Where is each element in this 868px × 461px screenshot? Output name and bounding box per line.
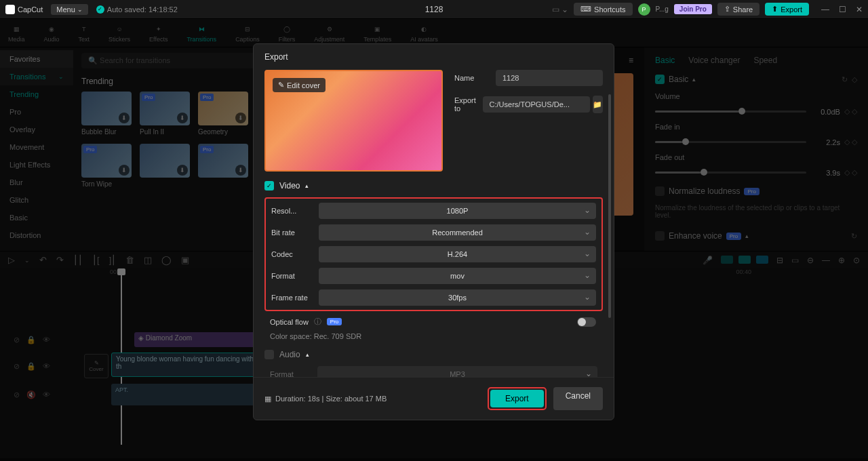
transition-clip[interactable]: ◈ Diamond Zoom	[134, 332, 256, 347]
info-icon[interactable]: ⓘ	[314, 317, 321, 327]
sidebar-item-light-effects[interactable]: Light Effects	[0, 156, 73, 174]
join-pro-button[interactable]: Join Pro	[674, 4, 712, 14]
marker-icon[interactable]: ◯	[161, 255, 172, 265]
tab-effects[interactable]: ✦Effects	[149, 24, 167, 43]
undo-icon[interactable]: ↶	[39, 255, 47, 265]
lock-icon[interactable]: ⊘	[14, 390, 20, 399]
track-color-2[interactable]	[738, 256, 751, 264]
zoom-fit-icon[interactable]: ⊙	[853, 256, 860, 265]
visible-icon[interactable]: 🔒	[26, 362, 36, 371]
maximize-icon[interactable]: ☐	[839, 5, 846, 14]
export-button-top[interactable]: ⬆Export	[765, 3, 809, 16]
audio-checkbox[interactable]	[264, 350, 274, 359]
select-tool-icon[interactable]: ▷	[8, 255, 15, 265]
resolution-dropdown[interactable]: 1080P	[319, 203, 596, 219]
fadein-slider[interactable]	[655, 141, 806, 143]
tl-icon-1[interactable]: ⊟	[776, 256, 783, 265]
tl-icon-2[interactable]: ▭	[791, 256, 799, 265]
freeze-icon[interactable]: ▣	[181, 255, 189, 265]
tab-stickers[interactable]: ☺Stickers	[108, 24, 130, 43]
transition-thumb[interactable]: ⬇Bubble Blur	[81, 92, 132, 136]
audio-clip[interactable]: APT.	[111, 384, 260, 405]
audio-format-dropdown[interactable]: MP3	[317, 366, 597, 377]
track-color-1[interactable]	[721, 256, 733, 264]
transition-thumb[interactable]: Pro⬇	[198, 144, 248, 188]
format-dropdown[interactable]: mov	[319, 268, 596, 284]
lock-icon[interactable]: ⊘	[14, 336, 20, 344]
menu-button[interactable]: Menu⌄	[51, 4, 88, 15]
visible-icon[interactable]: 🔒	[26, 336, 36, 344]
minimize-icon[interactable]: —	[821, 5, 829, 14]
sidebar-item-transitions[interactable]: Transitions⌄	[0, 68, 73, 85]
crop-icon[interactable]: ◫	[144, 255, 152, 265]
sidebar-item-overlay[interactable]: Overlay	[0, 121, 73, 138]
zoom-in-icon[interactable]: ⊕	[838, 256, 845, 265]
tab-captions[interactable]: ⊟Captions	[235, 24, 260, 43]
zoom-out-icon[interactable]: ⊖	[807, 256, 814, 265]
sidebar-item-trending[interactable]: Trending	[0, 85, 73, 103]
sidebar-item-pro[interactable]: Pro	[0, 103, 73, 121]
normalize-checkbox[interactable]	[655, 186, 665, 196]
reset-icon[interactable]: ↻	[842, 75, 848, 84]
eye-icon[interactable]: 👁	[43, 336, 50, 344]
framerate-dropdown[interactable]: 30fps	[319, 289, 596, 306]
reset-icon[interactable]: ↻	[851, 232, 857, 241]
sidebar-item-glitch[interactable]: Glitch	[0, 191, 73, 209]
optical-toggle[interactable]	[577, 317, 596, 327]
user-avatar[interactable]: P	[638, 3, 650, 16]
prop-tab-speed[interactable]: Speed	[753, 56, 777, 65]
tab-transitions[interactable]: ⧓Transitions	[186, 24, 216, 43]
prop-tab-basic[interactable]: Basic	[655, 56, 675, 65]
split-icon[interactable]: ⎮⎮	[73, 255, 83, 265]
eye-icon[interactable]: 👁	[43, 390, 50, 399]
tab-templates[interactable]: ▣Templates	[363, 24, 391, 43]
tool-dropdown-icon[interactable]: ⌄	[24, 257, 30, 264]
basic-checkbox[interactable]: ✓	[655, 75, 665, 84]
tab-adjustment[interactable]: ⚙Adjustment	[314, 24, 344, 43]
eye-icon[interactable]: 👁	[43, 362, 50, 371]
transition-thumb[interactable]: Pro⬇Geometry	[198, 92, 248, 136]
sidebar-item-favorites[interactable]: Favorites	[0, 50, 73, 68]
lock-icon[interactable]: ⊘	[14, 362, 20, 371]
redo-icon[interactable]: ↷	[56, 255, 64, 265]
transition-thumb[interactable]: ⬇	[140, 144, 190, 188]
folder-button[interactable]: 📁	[593, 96, 603, 113]
delete-icon[interactable]: 🗑	[125, 255, 134, 265]
aspect-icon[interactable]: ▭ ⌄	[552, 5, 568, 14]
mute-icon[interactable]: 🔇	[26, 390, 36, 399]
prop-tab-voice[interactable]: Voice changer	[688, 56, 740, 65]
close-icon[interactable]: ✕	[856, 5, 863, 14]
zoom-slider[interactable]: —	[822, 256, 830, 265]
volume-slider[interactable]	[655, 111, 806, 113]
split-left-icon[interactable]: ⎮[	[92, 255, 100, 265]
transition-thumb[interactable]: Pro⬇Pull In II	[140, 92, 190, 136]
tab-audio[interactable]: ◉Audio	[44, 24, 60, 43]
name-input[interactable]	[496, 70, 603, 86]
export-confirm-button[interactable]: Export	[490, 390, 544, 407]
sidebar-item-blur[interactable]: Blur	[0, 174, 73, 191]
keyframe-icon[interactable]: ◇	[852, 75, 857, 84]
sidebar-item-basic[interactable]: Basic	[0, 209, 73, 226]
mic-icon[interactable]: 🎤	[703, 256, 713, 265]
enhance-checkbox[interactable]	[655, 231, 665, 241]
split-right-icon[interactable]: ]⎮	[109, 255, 117, 265]
video-clip[interactable]: Young blonde woman having fun dancing wi…	[111, 353, 260, 377]
exportto-input[interactable]	[483, 96, 590, 113]
shortcuts-button[interactable]: ⌨Shortcuts	[574, 3, 632, 16]
video-checkbox[interactable]: ✓	[264, 181, 274, 191]
sidebar-item-movement[interactable]: Movement	[0, 138, 73, 156]
tab-media[interactable]: ▦Media	[8, 24, 25, 43]
edit-cover-button[interactable]: ✎ Edit cover	[273, 78, 326, 92]
transition-thumb[interactable]: Pro⬇Torn Wipe	[81, 144, 132, 188]
bitrate-dropdown[interactable]: Recommended	[319, 224, 596, 241]
player-menu-icon[interactable]: ≡	[629, 56, 633, 65]
tab-text[interactable]: TText	[79, 24, 90, 43]
codec-dropdown[interactable]: H.264	[319, 246, 596, 262]
tab-ai-avatars[interactable]: ◐AI avatars	[410, 24, 438, 43]
cancel-button[interactable]: Cancel	[553, 387, 603, 410]
sidebar-item-distortion[interactable]: Distortion	[0, 226, 73, 244]
track-color-3[interactable]	[756, 256, 768, 264]
fadeout-slider[interactable]	[655, 172, 806, 174]
share-button[interactable]: ⇪Share	[717, 3, 760, 16]
tab-filters[interactable]: ◯Filters	[279, 24, 296, 43]
